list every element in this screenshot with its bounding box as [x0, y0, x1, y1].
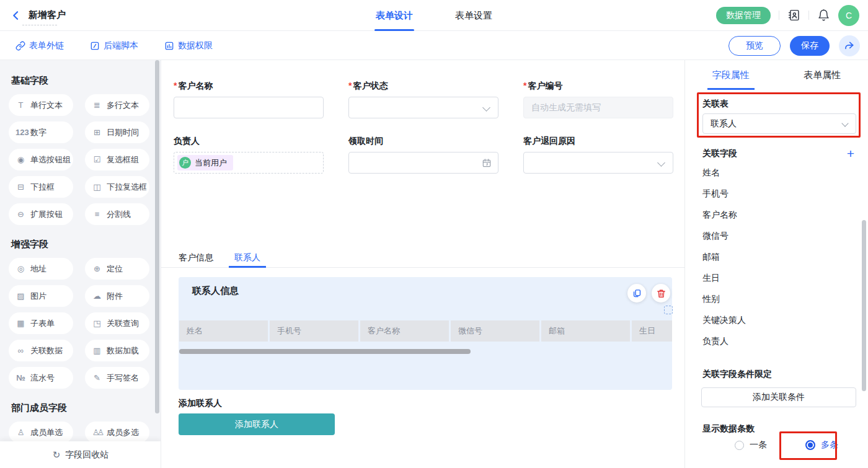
tab-contacts[interactable]: 联系人 — [234, 248, 260, 267]
chevron-left-icon — [10, 9, 22, 22]
sidebar-item-multi-dropdown[interactable]: ◫下拉复选框 — [85, 176, 149, 198]
subtable-horizontal-scrollbar[interactable] — [179, 349, 471, 354]
sidebar-item-member-multi[interactable]: ♙♙成员多选 — [85, 422, 149, 443]
sidebar-item-single-line-text[interactable]: T单行文本 — [9, 94, 73, 116]
save-button[interactable]: 保存 — [790, 36, 830, 56]
field-palette-sidebar: 基础字段 T单行文本 ≣多行文本 123数字 ⊞日期时间 ◉单选按钮组 ☑复选框… — [0, 60, 161, 468]
window-scrollbar[interactable] — [862, 220, 866, 391]
checkbox-group-icon: ☑ — [92, 155, 102, 164]
contacts-icon[interactable] — [787, 9, 800, 22]
sidebar-item-datetime[interactable]: ⊞日期时间 — [85, 121, 149, 143]
tab-form-properties[interactable]: 表单属性 — [777, 60, 868, 90]
related-field-item[interactable]: 手机号 — [702, 183, 746, 205]
radio-option-single[interactable]: 一条 — [735, 439, 767, 451]
sidebar-item-checkbox-group[interactable]: ☑复选框组 — [85, 149, 149, 170]
image-icon: ▨ — [16, 291, 26, 301]
plus-icon[interactable]: + — [847, 147, 854, 160]
field-return-reason[interactable]: 客户退回原因 — [523, 136, 673, 174]
customer-number-input[interactable]: 自动生成无需填写 — [523, 97, 673, 118]
sidebar-item-image[interactable]: ▨图片 — [9, 285, 73, 307]
divider-icon: ≡ — [92, 210, 102, 219]
divider — [808, 11, 809, 20]
sidebar-item-subform[interactable]: ▦子表单 — [9, 312, 73, 334]
condition-label: 关联字段条件限定 — [702, 369, 772, 380]
customer-status-select[interactable] — [348, 97, 498, 118]
field-customer-name[interactable]: 客户名称 — [174, 81, 324, 118]
add-contact-button[interactable]: 添加联系人 — [179, 413, 335, 435]
column-phone: 手机号 — [270, 320, 358, 342]
avatar[interactable]: C — [838, 5, 859, 26]
field-owner[interactable]: 负责人 户 当前用户 — [174, 136, 324, 174]
address-icon: ◎ — [16, 264, 26, 273]
location-icon: ⊕ — [92, 264, 102, 273]
sidebar-item-number[interactable]: 123数字 — [9, 121, 73, 143]
owner-field[interactable]: 户 当前用户 — [174, 152, 324, 174]
tab-form-settings[interactable]: 表单设置 — [455, 0, 492, 31]
sidebar-item-signature[interactable]: ✎手写签名 — [85, 367, 149, 389]
member-single-icon: ♙ — [16, 428, 26, 437]
properties-panel: 字段属性 表单属性 关联表 联系人 关联字段 + 姓名 手机号 客户名称 微信号… — [684, 60, 868, 468]
sidebar-item-serial-number[interactable]: №流水号 — [9, 367, 73, 389]
radio-option-multiple[interactable]: 多条 — [805, 439, 838, 451]
tab-field-properties[interactable]: 字段属性 — [685, 60, 777, 90]
related-table-label: 关联表 — [702, 99, 728, 110]
sidebar-item-radio-group[interactable]: ◉单选按钮组 — [9, 149, 73, 170]
sidebar-item-data-load[interactable]: ▥数据加载 — [85, 340, 149, 361]
related-field-item[interactable]: 客户名称 — [702, 205, 746, 226]
related-field-item[interactable]: 负责人 — [702, 331, 746, 352]
serial-number-icon: № — [16, 373, 26, 382]
section-member-fields: 部门成员字段 — [11, 402, 161, 414]
current-user-tag[interactable]: 户 当前用户 — [177, 155, 233, 170]
data-manage-button[interactable]: 数据管理 — [716, 7, 771, 24]
tab-form-design[interactable]: 表单设计 — [376, 0, 413, 31]
sidebar-item-address[interactable]: ◎地址 — [9, 258, 73, 280]
section-enhanced-fields: 增强字段 — [11, 239, 161, 250]
add-contact-label: 添加联系人 — [179, 398, 222, 409]
claim-time-date-input[interactable] — [348, 152, 498, 174]
sidebar-item-multi-line-text[interactable]: ≣多行文本 — [85, 94, 149, 116]
field-claim-time[interactable]: 领取时间 — [348, 136, 498, 174]
sidebar-item-linked-query[interactable]: ◳关联查询 — [85, 312, 149, 334]
add-condition-button[interactable]: 添加关联条件 — [701, 387, 856, 407]
bell-icon[interactable] — [817, 9, 830, 22]
return-reason-select[interactable] — [523, 152, 673, 174]
related-field-item[interactable]: 性别 — [702, 289, 746, 310]
sidebar-item-divider[interactable]: ≡分割线 — [85, 203, 149, 225]
preview-button[interactable]: 预览 — [728, 36, 781, 56]
selection-bracket-icon — [664, 306, 673, 314]
linked-query-icon: ◳ — [92, 319, 102, 328]
sidebar-item-linked-data[interactable]: ∞关联数据 — [9, 340, 73, 361]
script-icon — [90, 41, 100, 51]
share-button[interactable] — [839, 35, 860, 56]
back-button[interactable] — [10, 9, 22, 22]
related-field-item[interactable]: 邮箱 — [702, 247, 746, 268]
sidebar-scrollbar[interactable] — [155, 60, 159, 413]
field-recycle-bin[interactable]: ↻ 字段回收站 — [0, 441, 161, 468]
sidebar-item-member-single[interactable]: ♙成员单选 — [9, 422, 73, 443]
copy-icon — [632, 288, 642, 299]
field-customer-number[interactable]: 客户编号 自动生成无需填写 — [523, 81, 673, 118]
backend-script-link[interactable]: 后端脚本 — [90, 40, 138, 51]
sidebar-item-location[interactable]: ⊕定位 — [85, 258, 149, 280]
contact-info-subtable[interactable]: 联系人信息 姓名 手机号 客户名称 微信号 邮箱 生日 — [179, 277, 672, 390]
related-field-item[interactable]: 关键决策人 — [702, 310, 746, 331]
tab-customer-info[interactable]: 客户信息 — [179, 248, 213, 267]
field-customer-status[interactable]: 客户状态 — [348, 81, 498, 118]
user-avatar-icon: 户 — [179, 157, 191, 169]
related-field-item[interactable]: 生日 — [702, 268, 746, 289]
related-field-item[interactable]: 姓名 — [702, 162, 746, 183]
data-permission-link[interactable]: 数据权限 — [164, 40, 213, 51]
related-field-item[interactable]: 微信号 — [702, 226, 746, 247]
related-table-select[interactable]: 联系人 — [702, 113, 856, 134]
delete-button[interactable] — [652, 284, 670, 302]
sidebar-item-dropdown[interactable]: ⊟下拉框 — [9, 176, 73, 198]
form-external-link[interactable]: 表单外链 — [16, 40, 64, 51]
radio-selected-icon — [805, 440, 815, 450]
multi-dropdown-icon: ◫ — [92, 182, 102, 192]
canvas-tabs: 客户信息 联系人 — [161, 248, 684, 268]
copy-button[interactable] — [627, 284, 646, 302]
customer-name-input[interactable] — [174, 97, 324, 118]
page-title[interactable]: 新增客户 — [29, 9, 66, 20]
sidebar-item-attachment[interactable]: ☁附件 — [85, 285, 149, 307]
sidebar-item-extend-button[interactable]: ⊖扩展按钮 — [9, 203, 73, 225]
